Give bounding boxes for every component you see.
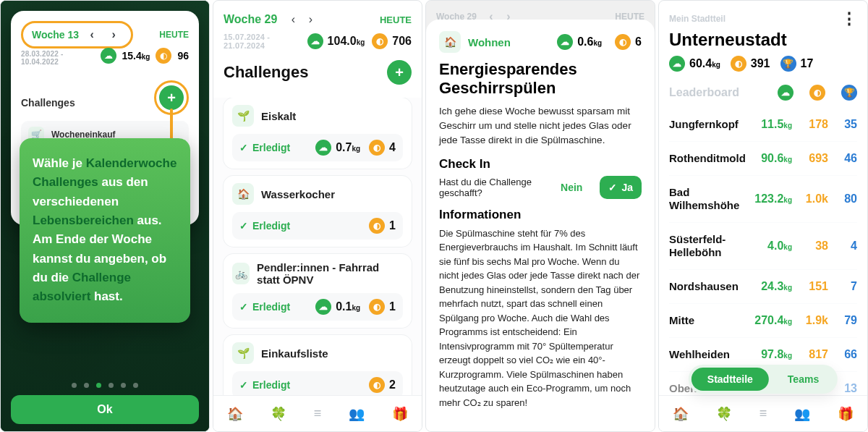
bottom-nav: 🏠 🍀 ≡ 👥 🎁	[659, 395, 867, 431]
co2-value: 15.4kg	[122, 50, 150, 62]
cups-value: 7	[840, 280, 857, 293]
table-row[interactable]: Süsterfeld-Helleböhn4.0kg384	[669, 223, 857, 270]
nav-community-icon[interactable]: 👥	[349, 406, 365, 422]
challenge-card[interactable]: 🌱Eiskalt✓Erledigt☁0.7kg◐4	[224, 98, 412, 169]
points-value: 391	[751, 57, 770, 70]
screen-leaderboard: Mein Stadtteil ⋮ Unterneustadt ☁60.4kg ◐…	[658, 0, 868, 432]
coin-icon: ◐	[369, 377, 385, 393]
challenge-intro: Ich gehe diese Woche bewusst sparsam mit…	[439, 104, 642, 148]
seg-teams[interactable]: Teams	[772, 368, 835, 391]
chevron-right-icon[interactable]: ›	[105, 26, 122, 43]
points-value: 693	[804, 152, 828, 165]
nav-rewards-icon[interactable]: 🎁	[838, 406, 854, 422]
nav-challenges-icon[interactable]: 🍀	[716, 406, 732, 422]
district-name: Wehlheiden	[669, 348, 730, 361]
co2-value: 0.1kg	[336, 300, 360, 313]
week-label: Woche 13	[32, 29, 79, 41]
points-value: 38	[804, 240, 828, 253]
table-row[interactable]: Rothenditmold90.6kg69346	[669, 142, 857, 176]
col-cloud-icon[interactable]: ☁	[778, 85, 793, 101]
co2-value: 270.4kg	[749, 314, 792, 327]
coin-icon: ◐	[731, 56, 746, 72]
chevron-right-icon[interactable]: ›	[302, 11, 319, 28]
challenges-heading: Challenges	[224, 63, 308, 82]
cloud-icon: ☁	[669, 56, 685, 72]
points-value: 1.0k	[804, 192, 828, 206]
onboarding-tooltip: Wähle je Kalenderwoche Challenges aus de…	[20, 138, 190, 323]
district-name: Jungfernkopf	[669, 118, 739, 131]
check-icon: ✓	[239, 379, 248, 391]
challenge-title: Wasserkocher	[261, 188, 335, 200]
cloud-icon: ☁	[315, 140, 331, 156]
challenge-card[interactable]: 🏠Wasserkocher✓Erledigt◐1	[224, 176, 412, 247]
yes-button[interactable]: ✓Ja	[600, 176, 642, 199]
check-icon: ✓	[239, 301, 248, 313]
subheading: Mein Stadtteil	[669, 14, 726, 24]
week-date-range: 15.07.2024 - 21.07.2024	[224, 33, 307, 50]
col-trophy-icon[interactable]: 🏆	[841, 85, 857, 101]
no-button[interactable]: Nein	[552, 176, 591, 199]
district-name: Nordshausen	[669, 280, 739, 293]
points-value: 706	[392, 35, 412, 48]
check-icon: ✓	[239, 220, 248, 232]
challenges-heading: Challenges	[21, 97, 75, 109]
cups-value: 66	[840, 348, 857, 361]
segmented-control: Stadtteile Teams	[689, 365, 838, 394]
screen-challenges: Woche 29 ‹ › HEUTE 15.07.2024 - 21.07.20…	[213, 0, 422, 432]
coin-icon: ◐	[369, 140, 385, 156]
co2-value: 60.4kg	[689, 57, 720, 70]
challenge-card[interactable]: 🌱Einkaufsliste✓Erledigt◐2	[224, 335, 412, 395]
cloud-icon: ☁	[557, 34, 573, 50]
cups-value: 13	[840, 382, 857, 395]
bottom-nav: 🏠 🍀 ≡ 👥 🎁	[213, 395, 422, 431]
co2-value: 97.8kg	[749, 348, 792, 361]
add-challenge-button[interactable]: +	[387, 60, 412, 85]
co2-value: 123.2kg	[749, 192, 792, 206]
trophy-icon: 🏆	[780, 56, 796, 72]
challenge-card[interactable]: 🚲Pendler:innen - Fahrrad statt ÖPNV✓Erle…	[224, 254, 412, 328]
today-button[interactable]: HEUTE	[380, 14, 412, 25]
week-date-range: 28.03.2022 - 10.04.2022	[21, 50, 101, 66]
challenge-title: Energiesparendes Geschirrspülen	[439, 60, 642, 98]
nav-challenges-icon[interactable]: 🍀	[271, 406, 286, 422]
coin-icon: ◐	[369, 218, 385, 234]
info-text: Die Spülmaschine steht für 7% des Energi…	[439, 226, 642, 410]
nav-home-icon[interactable]: 🏠	[673, 406, 689, 422]
nav-home-icon[interactable]: 🏠	[227, 406, 243, 422]
coin-icon: ◐	[372, 33, 388, 49]
district-name: Mitte	[669, 314, 694, 327]
done-chip: ✓Erledigt	[239, 379, 290, 391]
done-chip: ✓Erledigt	[239, 301, 290, 313]
cups-value: 4	[840, 240, 857, 253]
leaf-icon: 🌱	[232, 342, 254, 364]
nav-list-icon[interactable]: ≡	[314, 406, 322, 421]
chevron-left-icon[interactable]: ‹	[284, 11, 302, 28]
table-row[interactable]: Bad Wilhemshöhe123.2kg1.0k80	[669, 176, 857, 223]
table-row[interactable]: Mitte270.4kg1.9k79	[669, 304, 857, 338]
leaf-icon: 🌱	[232, 105, 254, 127]
points-value: 96	[177, 50, 189, 62]
table-row[interactable]: Jungfernkopf11.5kg17835	[669, 108, 857, 142]
co2-value: 4.0kg	[749, 240, 792, 253]
nav-rewards-icon[interactable]: 🎁	[392, 406, 408, 422]
chevron-left-icon[interactable]: ‹	[83, 26, 101, 43]
challenge-title: Pendler:innen - Fahrrad statt ÖPNV	[257, 261, 403, 286]
table-row[interactable]: Nordshausen24.3kg1517	[669, 270, 857, 304]
add-challenge-button[interactable]: +	[159, 85, 184, 110]
ok-button[interactable]: Ok	[11, 395, 199, 424]
seg-districts[interactable]: Stadtteile	[692, 368, 769, 391]
week-picker-highlight[interactable]: Woche 13 ‹ ›	[21, 21, 133, 48]
nav-list-icon[interactable]: ≡	[760, 406, 767, 421]
check-icon: ✓	[608, 182, 617, 193]
nav-community-icon[interactable]: 👥	[794, 406, 810, 422]
more-icon[interactable]: ⋮	[841, 9, 857, 28]
col-coin-icon[interactable]: ◐	[809, 85, 825, 101]
cloud-icon: ☁	[307, 33, 323, 49]
check-icon: ✓	[239, 142, 248, 153]
co2-value: 24.3kg	[749, 280, 792, 293]
screen-onboarding: Woche 13 ‹ › HEUTE 28.03.2022 - 10.04.20…	[0, 0, 210, 432]
points-value: 178	[804, 118, 828, 131]
cups-value: 79	[840, 314, 857, 327]
today-button[interactable]: HEUTE	[159, 30, 189, 40]
cloud-icon: ☁	[101, 48, 116, 64]
